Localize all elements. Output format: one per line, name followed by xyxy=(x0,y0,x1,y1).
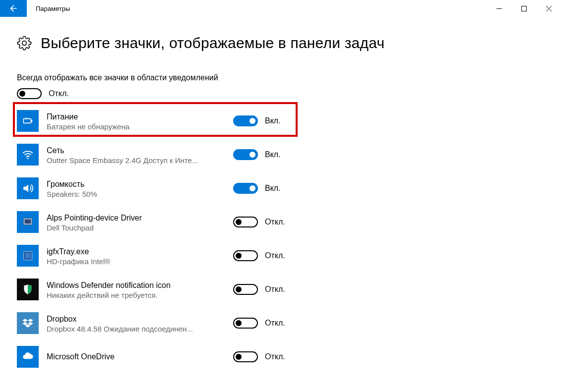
item-title: Dropbox xyxy=(47,314,233,325)
window-controls xyxy=(487,0,561,17)
item-toggle-label: Вкл. xyxy=(265,150,281,159)
power-icon xyxy=(17,110,39,132)
dropbox-icon xyxy=(17,312,39,334)
back-arrow-icon xyxy=(8,3,18,13)
item-toggle-label: Откл. xyxy=(265,285,285,294)
minimize-button[interactable] xyxy=(487,0,511,17)
item-subtitle: Батарея не обнаружена xyxy=(47,122,233,131)
svg-rect-1 xyxy=(521,6,526,11)
gear-icon xyxy=(17,36,32,51)
item-toggle-area: Откл. xyxy=(233,284,285,295)
master-toggle[interactable] xyxy=(17,88,42,99)
item-text: igfxTray.exeHD-графика Intel® xyxy=(47,246,233,266)
item-title: Microsoft OneDrive xyxy=(47,351,233,362)
onedrive-icon xyxy=(17,346,39,368)
item-toggle[interactable] xyxy=(233,250,258,261)
item-toggle-area: Вкл. xyxy=(233,183,281,194)
list-item: ПитаниеБатарея не обнаруженаВкл. xyxy=(17,110,544,132)
item-subtitle: Никаких действий не требуется. xyxy=(47,291,233,299)
item-toggle-label: Откл. xyxy=(265,251,285,260)
back-button[interactable] xyxy=(0,0,27,17)
wifi-icon xyxy=(17,144,39,166)
item-toggle-area: Откл. xyxy=(233,351,285,362)
item-toggle[interactable] xyxy=(233,284,258,295)
item-subtitle: Speakers: 50% xyxy=(47,190,233,198)
volume-icon xyxy=(17,177,39,199)
titlebar: Параметры xyxy=(0,0,561,17)
item-toggle-area: Откл. xyxy=(233,250,285,261)
item-title: igfxTray.exe xyxy=(47,246,233,257)
maximize-button[interactable] xyxy=(511,0,536,17)
list-item: Alps Pointing-device DriverDell Touchpad… xyxy=(17,211,544,233)
item-text: Alps Pointing-device DriverDell Touchpad xyxy=(47,213,233,232)
item-toggle-label: Вкл. xyxy=(265,184,281,193)
page-header: Выберите значки, отображаемые в панели з… xyxy=(17,35,544,52)
item-toggle-area: Вкл. xyxy=(233,115,281,126)
list-item: ГромкостьSpeakers: 50%Вкл. xyxy=(17,177,544,199)
item-toggle-area: Откл. xyxy=(233,217,285,227)
item-toggle-label: Вкл. xyxy=(265,116,281,125)
item-title: Громкость xyxy=(47,179,233,190)
list-item: СетьOutter Space Embassy 2.4G Доступ к И… xyxy=(17,144,544,166)
maximize-icon xyxy=(521,6,527,11)
item-toggle-area: Вкл. xyxy=(233,149,281,160)
item-toggle[interactable] xyxy=(233,149,258,160)
item-toggle[interactable] xyxy=(233,115,258,126)
item-toggle-label: Откл. xyxy=(265,218,285,226)
close-button[interactable] xyxy=(536,0,561,17)
master-toggle-row: Откл. xyxy=(17,88,544,99)
intel-gfx-icon xyxy=(17,245,39,267)
window-title: Параметры xyxy=(27,0,487,17)
minimize-icon xyxy=(497,6,502,11)
list-item: igfxTray.exeHD-графика Intel®Откл. xyxy=(17,245,544,267)
item-toggle[interactable] xyxy=(233,318,258,329)
item-subtitle: HD-графика Intel® xyxy=(47,257,233,266)
item-toggle-area: Откл. xyxy=(233,318,285,329)
item-subtitle: Dropbox 48.4.58 Ожидание подсоединен... xyxy=(47,325,233,333)
item-text: Windows Defender notification iconНикаки… xyxy=(47,280,233,299)
item-text: Microsoft OneDrive xyxy=(47,351,233,362)
touchpad-icon xyxy=(17,211,39,233)
item-toggle-label: Откл. xyxy=(265,352,285,361)
item-text: DropboxDropbox 48.4.58 Ожидание подсоеди… xyxy=(47,314,233,333)
page-title: Выберите значки, отображаемые в панели з… xyxy=(41,35,384,52)
item-title: Питание xyxy=(47,112,233,122)
item-title: Alps Pointing-device Driver xyxy=(47,213,233,224)
item-toggle[interactable] xyxy=(233,183,258,194)
content-area: Выберите значки, отображаемые в панели з… xyxy=(0,17,561,368)
list-item: Windows Defender notification iconНикаки… xyxy=(17,279,544,300)
item-text: СетьOutter Space Embassy 2.4G Доступ к И… xyxy=(47,145,233,165)
item-subtitle: Dell Touchpad xyxy=(47,224,233,232)
list-item: Microsoft OneDriveОткл. xyxy=(17,346,544,368)
svg-rect-0 xyxy=(497,8,502,9)
items-list: ПитаниеБатарея не обнаруженаВкл.СетьOutt… xyxy=(17,110,544,368)
list-item: DropboxDropbox 48.4.58 Ожидание подсоеди… xyxy=(17,312,544,334)
item-toggle[interactable] xyxy=(233,217,258,227)
always-show-label: Всегда отображать все значки в области у… xyxy=(17,73,544,82)
item-toggle-label: Откл. xyxy=(265,319,285,328)
item-title: Windows Defender notification icon xyxy=(47,280,233,291)
item-subtitle: Outter Space Embassy 2.4G Доступ к Инте.… xyxy=(47,156,233,165)
item-toggle[interactable] xyxy=(233,351,258,362)
close-icon xyxy=(546,6,552,11)
item-text: ПитаниеБатарея не обнаружена xyxy=(47,112,233,131)
master-toggle-label: Откл. xyxy=(49,89,69,98)
item-text: ГромкостьSpeakers: 50% xyxy=(47,179,233,198)
defender-icon xyxy=(17,279,39,300)
item-title: Сеть xyxy=(47,145,233,156)
